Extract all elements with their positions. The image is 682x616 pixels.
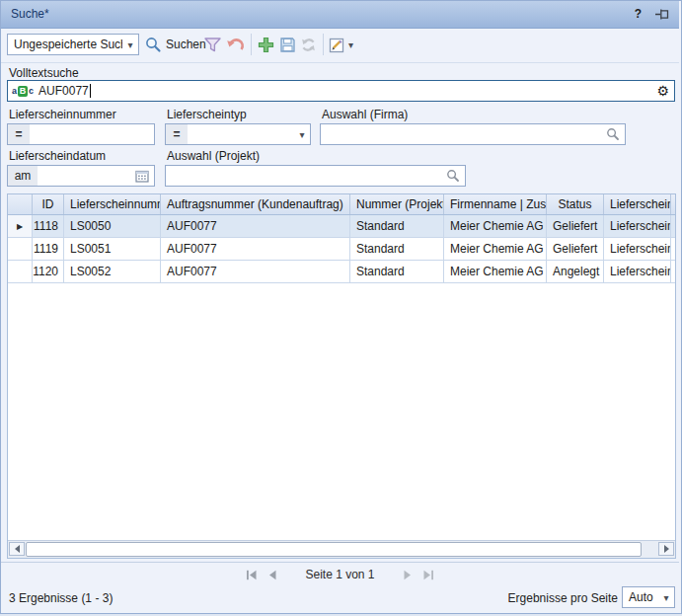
table-row[interactable]: ▶ 1118 LS0050 AUF0077 Standard Meier Che… [8, 215, 675, 238]
filter-icon [203, 37, 222, 53]
search-panel: Suche* ? Ungespeicherte Suche ▾ Suchen [0, 0, 682, 614]
grid-header: ID Lieferscheinnummer Auftragsnummer (Ku… [8, 194, 675, 215]
scroll-left-button[interactable] [9, 542, 25, 556]
column-header-lieferscheinnummer[interactable]: Lieferscheinnummer [64, 194, 161, 214]
page-indicator: Seite 1 von 1 [305, 568, 374, 581]
page-title: Suche* [11, 7, 49, 21]
projekt-label: Auswahl (Projekt) [167, 149, 260, 163]
column-header-firmenname[interactable]: Firmenname | Zus... [444, 194, 547, 214]
add-button[interactable] [258, 33, 274, 56]
lieferscheindatum-label: Lieferscheindatum [9, 149, 106, 163]
table-row[interactable]: 1120 LS0052 AUF0077 Standard Meier Chemi… [8, 261, 675, 283]
search-button[interactable]: Suchen [145, 33, 206, 56]
horizontal-scrollbar[interactable] [8, 540, 675, 558]
lieferscheintyp-select[interactable]: = ▾ [165, 123, 311, 145]
cell-id: 1120 [33, 261, 64, 282]
lieferscheinnummer-input[interactable]: = [7, 123, 155, 145]
cell-auftragsnummer: AUF0077 [161, 238, 350, 260]
operator-chip[interactable]: = [8, 124, 30, 144]
undo-button[interactable] [226, 33, 245, 56]
cell-status: Angelegt [547, 261, 604, 282]
cell-status: Geliefert [547, 215, 604, 237]
table-row[interactable]: 1119 LS0051 AUF0077 Standard Meier Chemi… [8, 238, 675, 261]
cell-firmenname: Meier Chemie AG [444, 215, 547, 237]
save-button[interactable] [279, 33, 296, 56]
search-button-label: Suchen [166, 38, 206, 51]
projekt-lookup-input[interactable] [165, 165, 466, 187]
cell-id: 1119 [33, 238, 64, 260]
first-page-button[interactable] [246, 570, 258, 580]
scroll-right-button[interactable] [658, 542, 674, 556]
title-bar: Suche* ? [1, 1, 679, 29]
plus-icon [258, 37, 274, 53]
row-selector-cell: ▶ [8, 215, 33, 237]
previous-page-button[interactable] [267, 570, 277, 580]
chevron-down-icon: ▾ [122, 39, 138, 50]
search-icon [145, 37, 162, 53]
column-header-auftragsnummer[interactable]: Auftragsnummer (Kundenauftrag) [161, 194, 350, 214]
cell-status: Geliefert [547, 238, 604, 260]
per-page-label: Ergebnisse pro Seite [508, 591, 618, 605]
toolbar-divider [1, 62, 679, 63]
edit-icon [329, 37, 346, 53]
row-selector-cell [8, 238, 33, 260]
status-bar: 3 Ergebnisse (1 - 3) Ergebnisse pro Seit… [1, 585, 679, 611]
gear-icon[interactable]: ⚙ [656, 84, 669, 98]
abc-letter-b: B [18, 86, 28, 97]
save-icon [279, 37, 296, 53]
abc-icon: a B c [12, 86, 34, 97]
operator-chip[interactable]: am [8, 166, 38, 186]
cell-auftragsnummer: AUF0077 [161, 261, 350, 282]
per-page-select[interactable]: Auto ▾ [622, 586, 675, 608]
firma-lookup-input[interactable] [320, 123, 626, 145]
cell-lieferscheintyp: Lieferschein [604, 215, 671, 237]
cell-lieferscheinnummer: LS0051 [64, 238, 161, 260]
help-icon[interactable]: ? [635, 7, 642, 21]
column-header-lieferscheintyp[interactable]: Lieferscheintyp [604, 194, 671, 214]
chevron-down-icon[interactable]: ▾ [294, 129, 310, 140]
fulltext-value: AUF0077 [34, 84, 89, 98]
saved-search-select[interactable]: Ungespeicherte Suche ▾ [7, 34, 139, 55]
row-indicator-header [8, 194, 33, 214]
refresh-button[interactable] [300, 33, 317, 56]
cell-nummer-projekt: Standard [350, 261, 444, 282]
per-page-value: Auto [623, 590, 658, 604]
column-header-id[interactable]: ID [33, 194, 64, 214]
toolbar: Ungespeicherte Suche ▾ Suchen [1, 29, 679, 62]
pager: Seite 1 von 1 [1, 562, 679, 586]
fulltext-input[interactable]: a B c AUF0077 ⚙ [7, 80, 675, 102]
calendar-icon[interactable] [135, 170, 149, 183]
abc-letter-a: a [12, 86, 17, 96]
lieferscheindatum-input[interactable]: am [7, 165, 155, 187]
undo-icon [226, 37, 245, 52]
chevron-down-icon: ▾ [348, 39, 353, 50]
column-header-status[interactable]: Status [547, 194, 604, 214]
toolbar-separator [251, 34, 252, 55]
cell-firmenname: Meier Chemie AG [444, 261, 547, 282]
cell-lieferscheintyp: Lieferschein [604, 238, 671, 260]
operator-chip[interactable]: = [166, 124, 188, 144]
row-selector-cell [8, 261, 33, 282]
cell-lieferscheintyp: Lieferschein [604, 261, 671, 282]
triangle-left-icon [15, 545, 20, 553]
toolbar-separator [323, 34, 324, 55]
lieferscheintyp-label: Lieferscheintyp [167, 108, 247, 121]
cell-nummer-projekt: Standard [350, 215, 444, 237]
last-page-button[interactable] [422, 570, 434, 580]
pin-icon[interactable] [655, 8, 669, 24]
fulltext-label: Volltextsuche [9, 66, 79, 80]
edit-button[interactable]: ▾ [329, 33, 353, 56]
column-header-nummer-projekt[interactable]: Nummer (Projekt) [350, 194, 444, 214]
selected-row-icon: ▶ [17, 222, 23, 231]
results-grid: ID Lieferscheinnummer Auftragsnummer (Ku… [7, 193, 676, 559]
filter-button[interactable] [203, 33, 222, 56]
chevron-down-icon: ▾ [658, 592, 674, 603]
next-page-button[interactable] [403, 570, 413, 580]
cell-id: 1118 [33, 215, 64, 237]
refresh-icon [300, 37, 317, 53]
lookup-search-icon[interactable] [606, 127, 620, 141]
lookup-search-icon[interactable] [446, 169, 460, 183]
scrollbar-thumb[interactable] [26, 542, 642, 557]
cell-firmenname: Meier Chemie AG [444, 238, 547, 260]
text-caret [90, 84, 91, 98]
